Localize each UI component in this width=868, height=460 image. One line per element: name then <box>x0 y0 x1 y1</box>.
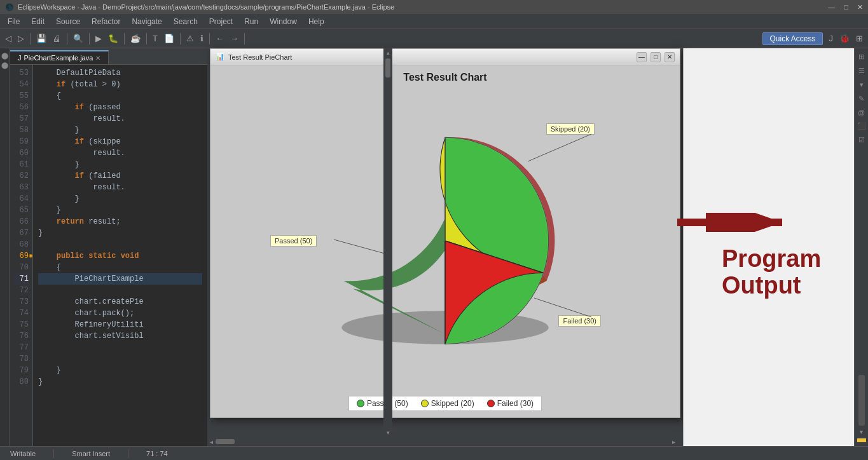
close-button[interactable]: ✕ <box>857 3 863 11</box>
sidebar-icon-5[interactable]: @ <box>856 107 867 118</box>
maximize-button[interactable]: □ <box>844 3 848 11</box>
legend-passed-dot <box>357 400 364 407</box>
menu-window[interactable]: Window <box>265 16 302 27</box>
menu-help[interactable]: Help <box>303 16 329 27</box>
chart-window-title: Test Result PieChart <box>228 53 292 61</box>
code-content[interactable]: DefaultPieData if (total > 0) { if (pass… <box>33 65 207 446</box>
legend-failed-dot <box>487 400 495 407</box>
v-scrollbar-thumb[interactable] <box>385 58 390 78</box>
tab-label: PieChartExample.java <box>24 54 93 62</box>
scroll-up-arrow[interactable]: ▴ <box>385 48 391 57</box>
legend-failed-label: Failed (30) <box>497 399 534 408</box>
minimize-button[interactable]: — <box>828 3 835 11</box>
toolbar-prev-edit[interactable]: ← <box>213 31 226 46</box>
chart-close-button[interactable]: ✕ <box>665 52 675 62</box>
sidebar-icon-2[interactable]: ☰ <box>857 65 867 77</box>
toolbar-new-java[interactable]: ☕ <box>128 31 143 46</box>
menu-edit[interactable]: Edit <box>26 16 50 27</box>
toolbar-prev-anno[interactable]: ℹ <box>198 31 206 46</box>
horizontal-scrollbar: ◂ ▸ <box>207 437 678 446</box>
toolbar-sep3 <box>89 33 90 44</box>
left-gutter: ⬤ ⬤ <box>0 48 10 446</box>
menu-navigate[interactable]: Navigate <box>127 16 167 27</box>
toolbar-debug[interactable]: 🐛 <box>106 31 121 46</box>
menu-file[interactable]: File <box>3 16 25 27</box>
quick-access-button[interactable]: Quick Access <box>762 32 822 45</box>
gutter-icon-1: ⬤ <box>0 51 10 60</box>
sidebar-icon-1[interactable]: ⊞ <box>857 51 866 63</box>
toolbar-next-edit[interactable]: → <box>228 31 241 46</box>
right-panel: Program Output ⊞ ☰ ▾ ✎ @ ⬛ ☑ ▼ <box>683 48 868 446</box>
status-bar: Writable Smart Insert 71 : 74 <box>0 446 868 460</box>
legend-passed: Passed (50) <box>357 399 408 408</box>
passed-label: Passed (50) <box>270 235 317 247</box>
tab-icon: J <box>18 54 22 62</box>
tab-close-button[interactable]: ✕ <box>95 55 100 62</box>
arrow-svg <box>677 213 804 232</box>
chart-title-bar-left: 📊 Test Result PieChart <box>216 53 292 61</box>
toolbar-search[interactable]: 🔍 <box>71 31 86 46</box>
scroll-down-arrow[interactable]: ▼ <box>858 429 864 435</box>
toolbar-sep8 <box>244 33 245 44</box>
toolbar-sep6 <box>180 33 181 44</box>
menu-source[interactable]: Source <box>51 16 85 27</box>
menu-search[interactable]: Search <box>169 16 203 27</box>
toolbar-sep7 <box>209 33 210 44</box>
legend-skipped-dot <box>421 400 429 407</box>
scroll-right-arrow[interactable]: ▸ <box>670 437 678 447</box>
chart-window-controls[interactable]: — □ ✕ <box>637 52 675 62</box>
menu-run[interactable]: Run <box>239 16 263 27</box>
arrow-indicator <box>677 213 804 234</box>
toolbar-back[interactable]: ◁ <box>3 31 14 46</box>
pie-chart <box>312 107 579 374</box>
sidebar-icon-3[interactable]: ▾ <box>858 79 865 91</box>
title-bar-left: 🌑 EclipseWorkspace - Java - DemoProject/… <box>5 3 394 11</box>
program-output-line1: Program <box>722 246 821 273</box>
h-scrollbar-thumb[interactable] <box>216 439 235 444</box>
editor-area: J PieChartExample.java ✕ 53 54 55 56 57 … <box>10 48 207 446</box>
chart-display-title: Test Result Chart <box>403 72 486 83</box>
toolbar-run[interactable]: ▶ <box>93 31 104 46</box>
status-writable: Writable <box>5 450 41 457</box>
toolbar-print[interactable]: 🖨 <box>50 31 64 46</box>
menu-refactor[interactable]: Refactor <box>86 16 125 27</box>
sidebar-icon-4[interactable]: ✎ <box>857 93 866 105</box>
toolbar-persp-java[interactable]: J <box>827 31 836 46</box>
sidebar-icon-7[interactable]: ☑ <box>857 134 867 146</box>
chart-body: Test Result Chart <box>210 65 680 417</box>
toolbar-sep5 <box>146 33 147 44</box>
legend-skipped: Skipped (20) <box>421 399 474 408</box>
chart-title-bar: 📊 Test Result PieChart — □ ✕ <box>210 49 680 65</box>
chart-legend: Passed (50) Skipped (20) Failed (30) <box>348 396 542 411</box>
toolbar-save[interactable]: 💾 <box>34 31 49 46</box>
toolbar-sep4 <box>124 33 125 44</box>
sidebar-icon-6[interactable]: ⬛ <box>855 120 868 132</box>
toolbar-forward[interactable]: ▷ <box>15 31 27 46</box>
title-bar: 🌑 EclipseWorkspace - Java - DemoProject/… <box>0 0 868 14</box>
pie-chart-container: Skipped (20) Failed (30) Passed (50) <box>261 88 630 393</box>
toolbar-persp-debug[interactable]: 🐞 <box>837 31 852 46</box>
toolbar-next-anno[interactable]: ⚠ <box>184 31 196 46</box>
eclipse-icon: 🌑 <box>5 3 14 11</box>
scroll-left-arrow[interactable]: ◂ <box>207 437 216 447</box>
legend-skipped-label: Skipped (20) <box>431 399 474 408</box>
toolbar-persp-other[interactable]: ⊞ <box>853 31 865 46</box>
editor-tab-piechartexample[interactable]: J PieChartExample.java ✕ <box>10 50 109 64</box>
program-output-line2: Output <box>722 273 821 299</box>
chart-minimize-button[interactable]: — <box>637 52 647 62</box>
chart-icon: 📊 <box>216 53 224 61</box>
chart-maximize-button[interactable]: □ <box>651 52 661 62</box>
toolbar: ◁ ▷ 💾 🖨 🔍 ▶ 🐛 ☕ T 📄 ⚠ ℹ ← → Quick Access… <box>0 29 868 48</box>
line-numbers: 53 54 55 56 57 58 59 60 61 62 63 64 65 6… <box>10 65 33 446</box>
menu-project[interactable]: Project <box>204 16 238 27</box>
toolbar-open-resource[interactable]: 📄 <box>162 31 177 46</box>
right-scrollbar-thumb[interactable] <box>858 375 865 426</box>
right-sidebar: ⊞ ☰ ▾ ✎ @ ⬛ ☑ ▼ <box>854 48 868 446</box>
scroll-down-arrow-v[interactable]: ▾ <box>385 428 391 437</box>
chart-window: 📊 Test Result PieChart — □ ✕ Test Result… <box>210 48 680 418</box>
code-editor[interactable]: 53 54 55 56 57 58 59 60 61 62 63 64 65 6… <box>10 65 207 446</box>
toolbar-open-type[interactable]: T <box>150 31 160 46</box>
title-bar-controls[interactable]: — □ ✕ <box>828 3 863 11</box>
status-position: 71 : 74 <box>141 450 173 457</box>
window-title: EclipseWorkspace - Java - DemoProject/sr… <box>18 3 394 11</box>
